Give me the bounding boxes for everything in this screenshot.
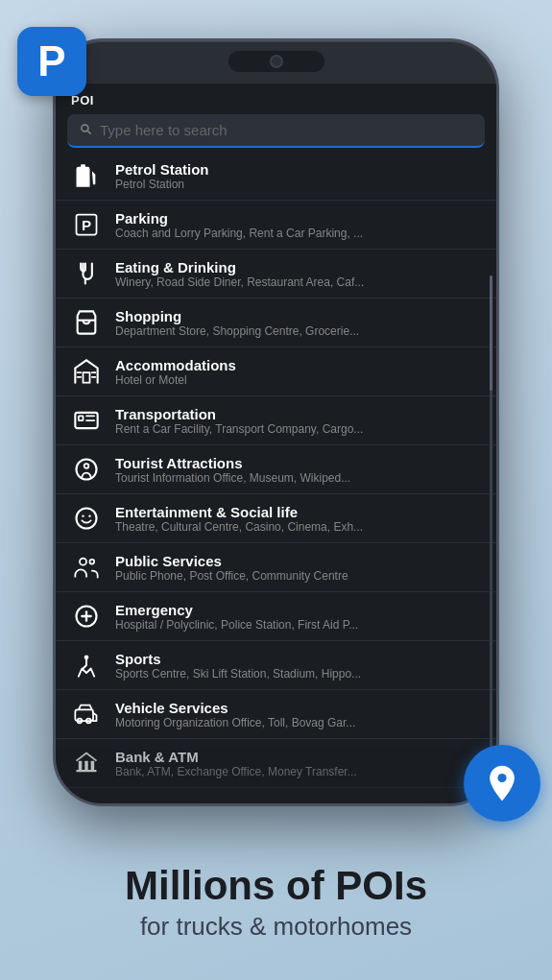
poi-sub: Hospital / Polyclinic, Police Station, F… <box>115 618 481 632</box>
poi-sub: Petrol Station <box>115 178 481 191</box>
list-item[interactable]: Sports Sports Centre, Ski Lift Station, … <box>56 641 496 690</box>
search-icon <box>79 122 92 138</box>
poi-name: Shopping <box>115 308 481 324</box>
poi-name: Bank & ATM <box>115 749 481 765</box>
location-pin <box>464 745 540 822</box>
poi-text: Transportation Rent a Car Facility, Tran… <box>115 406 481 436</box>
poi-header: POI <box>56 84 496 114</box>
list-item[interactable]: Emergency Hospital / Polyclinic, Police … <box>56 592 496 641</box>
poi-text: Parking Coach and Lorry Parking, Rent a … <box>115 210 481 240</box>
poi-name: Public Services <box>115 553 481 569</box>
svg-point-11 <box>84 464 89 468</box>
phone-frame: POI Type here to search Petrol Station P… <box>53 38 499 806</box>
svg-point-16 <box>90 560 95 564</box>
poi-name: Entertainment & Social life <box>115 504 481 520</box>
scrollbar-thumb[interactable] <box>490 275 492 391</box>
phone-notch <box>228 51 324 72</box>
poi-name: Eating & Drinking <box>115 259 481 275</box>
svg-point-15 <box>80 559 86 565</box>
svg-point-28 <box>497 774 506 782</box>
poi-text: Tourist Attractions Tourist Information … <box>115 455 481 485</box>
poi-sub: Winery, Road Side Diner, Restaurant Area… <box>115 275 481 289</box>
transportation-icon <box>71 405 102 436</box>
svg-rect-0 <box>81 164 85 168</box>
poi-text: Entertainment & Social life Theatre, Cul… <box>115 504 481 534</box>
poi-sub: Bank, ATM, Exchange Office, Money Transf… <box>115 765 481 778</box>
svg-rect-7 <box>79 416 84 420</box>
search-input[interactable]: Type here to search <box>100 122 228 138</box>
svg-point-13 <box>82 515 84 517</box>
svg-point-14 <box>88 515 90 517</box>
list-item[interactable]: Shopping Department Store, Shopping Cent… <box>56 299 496 347</box>
list-item[interactable]: Tourist Attractions Tourist Information … <box>56 445 496 494</box>
poi-name: Petrol Station <box>115 161 481 178</box>
scrollbar[interactable] <box>490 275 492 794</box>
poi-name: Vehicle Services <box>115 700 481 716</box>
poi-sub: Theatre, Cultural Centre, Casino, Cinema… <box>115 520 481 534</box>
poi-name: Parking <box>115 210 481 227</box>
poi-text: Shopping Department Store, Shopping Cent… <box>115 308 481 338</box>
vehicle-services-icon <box>71 699 102 729</box>
poi-list: Petrol Station Petrol Station P Parking … <box>56 152 496 788</box>
list-item[interactable]: Entertainment & Social life Theatre, Cul… <box>56 494 496 543</box>
shopping-icon <box>71 307 102 338</box>
poi-name: Emergency <box>115 602 481 618</box>
svg-point-10 <box>77 460 97 480</box>
svg-rect-27 <box>77 770 97 772</box>
svg-rect-25 <box>84 761 88 770</box>
poi-text: Emergency Hospital / Polyclinic, Police … <box>115 602 481 632</box>
poi-name: Sports <box>115 651 481 667</box>
bottom-text: Millions of POIs for trucks & motorhomes <box>0 864 552 942</box>
list-item[interactable]: Accommodations Hotel or Motel <box>56 347 496 396</box>
svg-rect-24 <box>79 761 83 770</box>
poi-sub: Hotel or Motel <box>115 373 481 387</box>
screen: POI Type here to search Petrol Station P… <box>56 84 496 803</box>
parking-icon: P <box>71 209 102 240</box>
tourist-icon <box>71 454 102 485</box>
list-item[interactable]: Public Services Public Phone, Post Offic… <box>56 543 496 592</box>
poi-text: Bank & ATM Bank, ATM, Exchange Office, M… <box>115 749 481 778</box>
poi-sub: Tourist Information Office, Museum, Wiki… <box>115 471 481 485</box>
poi-sub: Public Phone, Post Office, Community Cen… <box>115 569 481 583</box>
list-item[interactable]: Bank & ATM Bank, ATM, Exchange Office, M… <box>56 739 496 788</box>
poi-name: Transportation <box>115 406 481 422</box>
svg-text:P: P <box>82 217 91 233</box>
emergency-icon <box>71 601 102 632</box>
petrol-icon <box>71 160 102 191</box>
eating-icon <box>71 258 102 289</box>
poi-text: Vehicle Services Motoring Organization O… <box>115 700 481 729</box>
poi-text: Petrol Station Petrol Station <box>115 161 481 191</box>
bottom-title: Millions of POIs <box>0 864 552 908</box>
parking-badge: P <box>17 27 86 96</box>
svg-point-12 <box>77 509 97 529</box>
bottom-subtitle: for trucks & motorhomes <box>0 912 552 942</box>
poi-name: Tourist Attractions <box>115 455 481 471</box>
poi-sub: Sports Centre, Ski Lift Station, Stadium… <box>115 667 481 681</box>
poi-text: Eating & Drinking Winery, Road Side Dine… <box>115 259 481 289</box>
poi-sub: Rent a Car Facility, Transport Company, … <box>115 422 481 436</box>
accommodation-icon <box>71 356 102 387</box>
poi-sub: Motoring Organization Office, Toll, Bova… <box>115 716 481 729</box>
parking-badge-letter: P <box>37 40 65 83</box>
bank-icon <box>71 748 102 778</box>
list-item[interactable]: Transportation Rent a Car Facility, Tran… <box>56 396 496 445</box>
list-item[interactable]: P Parking Coach and Lorry Parking, Rent … <box>56 201 496 250</box>
list-item[interactable]: Eating & Drinking Winery, Road Side Dine… <box>56 250 496 299</box>
svg-rect-26 <box>91 761 95 770</box>
search-bar[interactable]: Type here to search <box>67 114 485 148</box>
svg-rect-5 <box>84 372 90 383</box>
entertainment-icon <box>71 503 102 534</box>
list-item[interactable]: Petrol Station Petrol Station <box>56 152 496 201</box>
poi-text: Accommodations Hotel or Motel <box>115 357 481 387</box>
poi-sub: Coach and Lorry Parking, Rent a Car Park… <box>115 227 481 240</box>
poi-text: Sports Sports Centre, Ski Lift Station, … <box>115 651 481 681</box>
list-item[interactable]: Vehicle Services Motoring Organization O… <box>56 690 496 739</box>
poi-sub: Department Store, Shopping Centre, Groce… <box>115 324 481 338</box>
poi-text: Public Services Public Phone, Post Offic… <box>115 553 481 583</box>
sports-icon <box>71 650 102 681</box>
location-pin-icon <box>481 762 523 804</box>
poi-name: Accommodations <box>115 357 481 373</box>
public-services-icon <box>71 552 102 583</box>
